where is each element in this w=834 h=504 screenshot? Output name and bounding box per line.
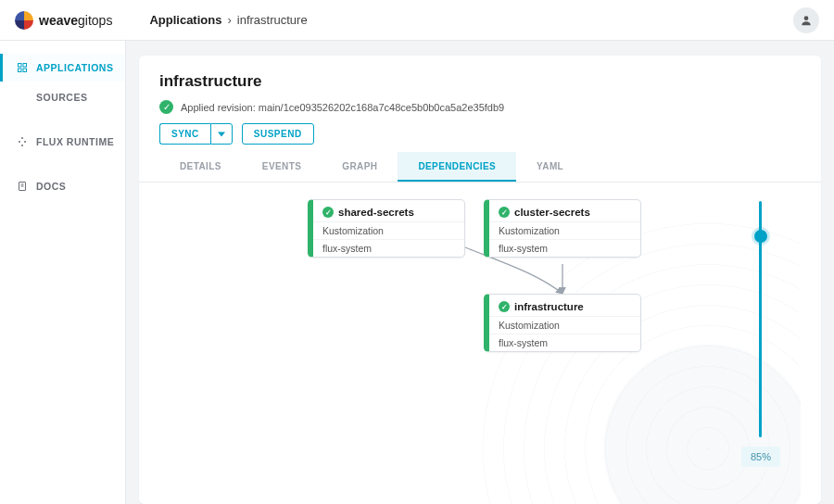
page-title: infrastructure [159, 72, 801, 91]
svg-point-5 [21, 137, 23, 139]
sync-button[interactable]: SYNC [159, 123, 210, 145]
node-namespace: flux-system [489, 239, 640, 257]
node-kind: Kustomization [489, 221, 640, 239]
sidebar-item-flux-runtime[interactable]: FLUX RUNTIME [0, 128, 125, 156]
user-avatar[interactable] [793, 7, 819, 33]
node-kind: Kustomization [489, 316, 640, 334]
dependency-graph[interactable]: ✓shared-secrets Kustomization flux-syste… [159, 183, 801, 504]
node-title: cluster-secrets [514, 207, 590, 218]
svg-rect-4 [23, 69, 27, 72]
sync-dropdown-button[interactable] [210, 123, 233, 145]
tab-dependencies[interactable]: DEPENDENCIES [398, 152, 516, 182]
applications-icon [16, 61, 29, 74]
check-circle-icon: ✓ [322, 207, 334, 218]
flux-runtime-icon [16, 135, 29, 148]
docs-icon [16, 180, 29, 193]
zoom-slider[interactable] [759, 201, 762, 437]
zoom-control: 85% [741, 201, 780, 467]
check-circle-icon: ✓ [499, 207, 510, 218]
svg-rect-1 [19, 64, 22, 68]
breadcrumb-current: infrastructure [237, 13, 308, 27]
tab-yaml[interactable]: YAML [516, 152, 584, 182]
svg-point-0 [804, 16, 809, 20]
graph-edges [159, 183, 801, 504]
brand-name-light: gitops [78, 13, 112, 28]
tab-row: DETAILS EVENTS GRAPH DEPENDENCIES YAML [139, 152, 821, 183]
graph-node-infrastructure[interactable]: ✓infrastructure Kustomization flux-syste… [484, 294, 641, 352]
breadcrumb: Applications › infrastructure [149, 13, 307, 27]
brand: weavegitops [15, 11, 112, 30]
sidebar-item-sources[interactable]: SOURCES [0, 83, 125, 111]
tab-graph[interactable]: GRAPH [322, 152, 398, 182]
svg-point-7 [24, 141, 26, 143]
tab-details[interactable]: DETAILS [159, 152, 242, 182]
svg-point-8 [21, 145, 23, 146]
sidebar-item-label: FLUX RUNTIME [36, 136, 114, 147]
sync-button-group: SYNC [159, 123, 233, 145]
brand-name-bold: weave [39, 13, 78, 28]
node-title: shared-secrets [338, 207, 414, 218]
sidebar-item-label: SOURCES [36, 92, 87, 103]
graph-node-shared-secrets[interactable]: ✓shared-secrets Kustomization flux-syste… [308, 199, 465, 258]
svg-rect-3 [19, 69, 22, 72]
sidebar-item-docs[interactable]: DOCS [0, 172, 125, 200]
node-namespace: flux-system [489, 334, 640, 351]
node-title: infrastructure [514, 301, 584, 312]
sidebar-item-applications[interactable]: APPLICATIONS [0, 54, 125, 82]
brand-name: weavegitops [39, 13, 112, 28]
brand-logo-icon [15, 11, 33, 30]
breadcrumb-root[interactable]: Applications [149, 13, 221, 27]
node-kind: Kustomization [313, 221, 464, 239]
content-panel: infrastructure ✓ Applied revision: main/… [139, 56, 821, 504]
chevron-right-icon: › [227, 13, 231, 27]
sidebar-item-label: APPLICATIONS [36, 62, 113, 73]
status-text: Applied revision: main/1ce093526202c168a… [181, 102, 504, 113]
svg-rect-2 [23, 64, 27, 68]
status-row: ✓ Applied revision: main/1ce093526202c16… [159, 100, 801, 114]
zoom-thumb[interactable] [754, 230, 767, 243]
sidebar-item-label: DOCS [36, 181, 66, 192]
sources-icon [16, 91, 29, 104]
chevron-down-icon [218, 131, 225, 138]
sidebar: APPLICATIONS SOURCES FLUX RUNTIME DOCS [0, 41, 126, 504]
node-namespace: flux-system [313, 239, 464, 257]
zoom-value: 85% [741, 447, 780, 467]
check-circle-icon: ✓ [499, 301, 510, 312]
graph-node-cluster-secrets[interactable]: ✓cluster-secrets Kustomization flux-syst… [484, 199, 641, 258]
tab-events[interactable]: EVENTS [242, 152, 322, 182]
svg-point-6 [19, 141, 20, 143]
suspend-button[interactable]: SUSPEND [242, 123, 314, 145]
user-icon [800, 14, 813, 27]
check-circle-icon: ✓ [159, 100, 173, 114]
